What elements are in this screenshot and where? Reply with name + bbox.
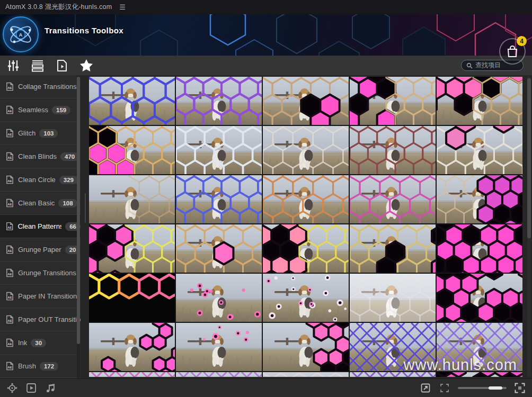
menu-icon[interactable]: ☰ <box>119 3 126 11</box>
count-badge: 159 <box>52 106 70 114</box>
svg-text:AE: AE <box>7 156 12 159</box>
cart-button[interactable]: 4 <box>499 38 526 65</box>
sidebar-item-grunge-paper[interactable]: AE Grunge Paper 20 <box>0 238 81 261</box>
transition-thumbnail[interactable] <box>89 175 175 223</box>
sidebar-item-clean-patterns[interactable]: AE Clean Patterns 66 <box>0 215 81 238</box>
window-title: AtomX 3.0.8 混光影汉化-hunls.com <box>5 3 112 12</box>
motion-settings-icon[interactable] <box>6 382 18 394</box>
sidebar-item-label: Ink <box>18 339 27 347</box>
transition-thumbnail[interactable] <box>350 77 436 125</box>
transition-thumbnail[interactable] <box>176 323 262 371</box>
count-badge: 103 <box>39 129 58 138</box>
transition-thumbnail[interactable] <box>350 175 436 223</box>
transition-thumbnail[interactable] <box>437 224 522 273</box>
sidebar-item-clean-blinds[interactable]: AE Clean Blinds 470 <box>0 145 81 168</box>
ae-file-icon: AE <box>5 315 14 324</box>
sidebar-item-label: Clean Patterns <box>17 222 61 230</box>
slider-thumb[interactable] <box>489 386 502 390</box>
thumbnail-grid <box>89 77 522 377</box>
ae-file-icon: AE <box>5 152 14 161</box>
sidebar-item-clean-circle[interactable]: AE Clean Circle 329 <box>0 168 81 192</box>
transition-thumbnail[interactable] <box>176 274 262 322</box>
search-placeholder: 查找项目 <box>475 61 501 70</box>
count-badge: 329 <box>59 176 78 184</box>
thumbnail-size-slider[interactable] <box>458 384 507 392</box>
playlist-icon[interactable] <box>31 59 45 73</box>
transition-thumbnail[interactable] <box>89 77 175 125</box>
transition-thumbnail[interactable] <box>176 126 262 174</box>
svg-text:AE: AE <box>7 86 12 89</box>
sidebar-scrollbar-thumb[interactable] <box>77 77 80 344</box>
transition-thumbnail[interactable] <box>437 372 522 377</box>
transition-thumbnail[interactable] <box>263 372 349 377</box>
sidebar-item-label: Seamless <box>18 106 48 114</box>
svg-text:A: A <box>19 32 23 38</box>
filter-sliders-icon[interactable] <box>6 59 20 73</box>
transition-thumbnail[interactable] <box>89 372 175 377</box>
zoom-out-grid-icon[interactable] <box>439 382 450 394</box>
hexagon-background <box>0 14 532 56</box>
page-title: Transitions Toolbox <box>45 26 123 35</box>
video-file-icon[interactable] <box>55 59 69 73</box>
sidebar-item-label: Clean Circle <box>18 176 56 184</box>
count-badge: 470 <box>60 152 79 161</box>
shopping-bag-icon <box>507 45 518 58</box>
open-external-icon[interactable] <box>420 382 431 394</box>
sidebar-item-seamless[interactable]: AE Seamless 159 <box>0 98 81 122</box>
panel-resize-grip[interactable] <box>85 193 86 223</box>
sidebar-item-paper-in-transition[interactable]: AE Paper IN Transition <box>0 285 81 308</box>
transition-thumbnail[interactable] <box>89 274 175 322</box>
svg-text:AE: AE <box>7 342 12 346</box>
transition-thumbnail[interactable] <box>176 77 262 125</box>
sidebar-item-clean-basic[interactable]: AE Clean Basic 108 <box>0 192 81 215</box>
transition-thumbnail[interactable] <box>350 274 436 322</box>
transition-thumbnail[interactable] <box>437 274 522 322</box>
transition-thumbnail[interactable] <box>89 323 175 371</box>
sidebar-item-grunge-transitions[interactable]: AE Grunge Transitions <box>0 261 81 285</box>
ae-file-icon: AE <box>5 268 14 277</box>
sidebar-item-brush[interactable]: AE Brush 172 <box>0 355 81 378</box>
transition-thumbnail[interactable] <box>263 274 349 322</box>
zoom-in-grid-icon[interactable] <box>514 382 526 394</box>
transition-thumbnail[interactable] <box>437 77 522 125</box>
transition-thumbnail[interactable] <box>176 175 262 223</box>
transition-thumbnail[interactable] <box>350 323 436 371</box>
transition-thumbnail[interactable] <box>263 126 349 174</box>
transition-thumbnail[interactable] <box>263 323 349 371</box>
svg-text:AE: AE <box>7 226 12 229</box>
grid-scrollbar[interactable] <box>527 77 531 377</box>
transition-thumbnail[interactable] <box>437 323 522 371</box>
sidebar-scrollbar[interactable] <box>77 75 80 378</box>
transition-thumbnail[interactable] <box>89 224 175 273</box>
transition-thumbnail[interactable] <box>263 224 349 273</box>
search-icon <box>466 62 473 69</box>
sidebar-item-label: Paper OUT Transitio <box>18 315 81 323</box>
transition-thumbnail[interactable] <box>350 372 436 377</box>
transition-thumbnail[interactable] <box>437 175 522 223</box>
transition-thumbnail[interactable] <box>350 224 436 273</box>
svg-text:AE: AE <box>7 109 12 113</box>
ae-file-icon: AE <box>5 198 14 207</box>
transitions-grid: www.hunls.com <box>89 77 522 377</box>
video-play-icon[interactable] <box>25 382 37 394</box>
ae-file-icon: AE <box>5 129 14 138</box>
transition-thumbnail[interactable] <box>437 126 522 174</box>
svg-text:AE: AE <box>7 319 12 322</box>
grid-scrollbar-thumb[interactable] <box>527 78 531 238</box>
transition-thumbnail[interactable] <box>350 126 436 174</box>
transition-thumbnail[interactable] <box>176 224 262 273</box>
transition-thumbnail[interactable] <box>89 126 175 174</box>
sidebar-item-collage-transitions[interactable]: AE Collage Transitions <box>0 75 81 98</box>
transition-thumbnail[interactable] <box>176 372 262 377</box>
sidebar-item-paper-out-transitio[interactable]: AE Paper OUT Transitio <box>0 308 81 331</box>
audio-note-icon[interactable] <box>45 382 56 394</box>
sidebar-item-label: Grunge Paper <box>18 246 61 254</box>
sidebar-item-glitch[interactable]: AE Glitch 103 <box>0 122 81 145</box>
favorites-star-icon[interactable] <box>79 59 93 73</box>
sidebar-item-ink[interactable]: AE Ink 30 <box>0 331 81 355</box>
transition-thumbnail[interactable] <box>263 175 349 223</box>
title-bar: AtomX 3.0.8 混光影汉化-hunls.com ☰ <box>0 0 532 14</box>
atom-logo-icon[interactable]: A <box>3 16 39 52</box>
transition-thumbnail[interactable] <box>263 77 349 125</box>
svg-text:AE: AE <box>7 179 12 183</box>
